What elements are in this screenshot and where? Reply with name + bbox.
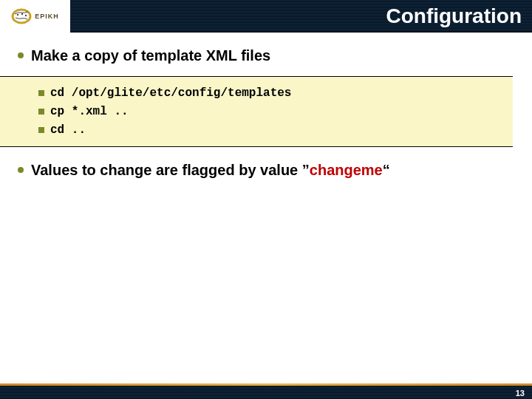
footer-bar: 13 xyxy=(0,385,532,399)
logo: EPIKH xyxy=(0,0,70,33)
highlight-changeme: changeme xyxy=(310,162,383,178)
svg-point-3 xyxy=(25,15,27,16)
square-bullet-icon xyxy=(38,109,44,115)
logo-inner: EPIKH xyxy=(11,6,59,27)
bullet-text: Values to change are flagged by value ”c… xyxy=(31,160,390,180)
slide: EPIKH Configuration Make a copy of templ… xyxy=(0,0,532,399)
page-number: 13 xyxy=(516,389,525,398)
svg-point-1 xyxy=(17,14,18,16)
header-bar: EPIKH Configuration xyxy=(0,0,532,33)
code-block: cd /opt/glite/etc/config/templates cp *.… xyxy=(0,76,513,147)
logo-text: EPIKH xyxy=(35,13,59,20)
bullet-item: Values to change are flagged by value ”c… xyxy=(18,160,520,180)
bullet-icon xyxy=(18,52,24,58)
globe-icon xyxy=(11,6,32,27)
code-text: cd /opt/glite/etc/config/templates xyxy=(50,84,291,103)
code-line: cd /opt/glite/etc/config/templates xyxy=(10,84,502,103)
square-bullet-icon xyxy=(38,127,44,133)
bullet-text-prefix: Values to change are flagged by value ” xyxy=(31,162,310,178)
bullet-icon xyxy=(18,167,24,173)
square-bullet-icon xyxy=(38,90,44,96)
code-line: cp *.xml .. xyxy=(10,103,502,121)
code-text: cd .. xyxy=(50,121,86,140)
svg-point-2 xyxy=(21,13,23,15)
bullet-text-suffix: “ xyxy=(383,162,390,178)
code-line: cd .. xyxy=(10,121,502,140)
content-area: Make a copy of template XML files cd /op… xyxy=(18,46,520,191)
bullet-item: Make a copy of template XML files xyxy=(18,46,520,66)
page-title: Configuration xyxy=(386,0,522,33)
code-text: cp *.xml .. xyxy=(50,103,129,121)
bullet-text: Make a copy of template XML files xyxy=(31,46,270,66)
